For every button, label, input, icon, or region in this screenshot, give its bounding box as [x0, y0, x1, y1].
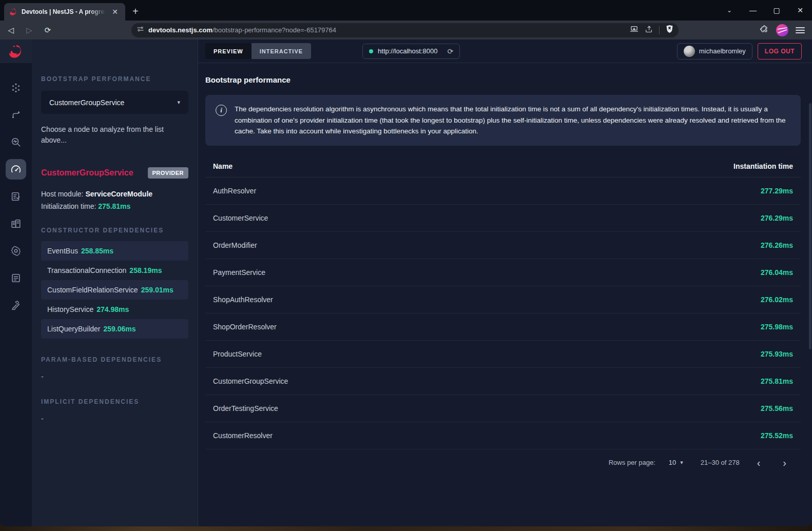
table-row[interactable]: OrderTestingService275.56ms: [205, 395, 801, 422]
provider-badge: PROVIDER: [148, 167, 188, 179]
dependency-item[interactable]: TransactionalConnection258.19ms: [41, 261, 188, 280]
back-button[interactable]: ◁: [3, 23, 18, 37]
host-module-value: ServiceCoreModule: [85, 190, 152, 198]
dependency-item[interactable]: HistoryService274.98ms: [41, 300, 188, 319]
table-row[interactable]: AuthResolver277.29ms: [205, 178, 801, 205]
nav-routes-icon[interactable]: [6, 105, 26, 125]
reload-button[interactable]: ⟳: [40, 23, 55, 37]
nav-modules-icon[interactable]: [6, 213, 26, 234]
table-row[interactable]: ProductService275.93ms: [205, 341, 801, 368]
browser-window: Devtools | NestJS - A progressive ✕ + ⌄ …: [0, 0, 812, 526]
constructor-deps-list: EventBus258.85ms TransactionalConnection…: [41, 241, 188, 339]
browser-profile-avatar[interactable]: [776, 24, 788, 36]
rows-per-page-label: Rows per page:: [609, 459, 655, 466]
constructor-deps-title: CONSTRUCTOR DEPENDENCIES: [41, 227, 188, 234]
nav-graph-icon[interactable]: [6, 77, 26, 98]
table-row[interactable]: CustomerResolver275.52ms: [205, 422, 801, 449]
table-row[interactable]: ShopAuthResolver276.02ms: [205, 286, 801, 313]
init-time-row: Initialization time: 275.81ms: [41, 200, 188, 212]
nav-tools-icon[interactable]: [6, 295, 26, 316]
table-row[interactable]: CustomerService276.29ms: [205, 205, 801, 232]
url-text: devtools.nestjs.com/bootstrap-performanc…: [148, 26, 626, 34]
table-header: Name Instantiation time: [205, 156, 801, 178]
browser-tabstrip: Devtools | NestJS - A progressive ✕ + ⌄ …: [0, 0, 812, 21]
divider: [659, 26, 660, 34]
address-bar[interactable]: devtools.nestjs.com/bootstrap-performanc…: [131, 23, 679, 37]
page-content: Bootstrap performance i The dependencies…: [198, 63, 812, 526]
table-pagination: Rows per page: 10 ▾ 21–30 of 278 ‹ ›: [205, 449, 801, 476]
performance-table: Name Instantiation time AuthResolver277.…: [205, 156, 801, 449]
nav-settings-icon[interactable]: [6, 241, 26, 261]
nav-docs-icon[interactable]: [6, 268, 26, 288]
host-module-row: Host module: ServiceCoreModule: [41, 188, 188, 200]
browser-toolbar: ◁ ▷ ⟳ devtools.nestjs.com/bootstrap-perf…: [0, 21, 812, 40]
nav-audits-icon[interactable]: [6, 186, 26, 207]
sidebar-section-title: BOOTSTRAP PERFORMANCE: [41, 75, 188, 83]
chevron-down-icon: ▾: [680, 459, 683, 466]
connection-status-dot: [369, 49, 373, 53]
info-icon: i: [216, 105, 227, 116]
node-select-value: CustomerGroupService: [49, 99, 124, 107]
param-deps-title: PARAM-BASED DEPENDENCIES: [41, 356, 188, 363]
share-icon[interactable]: [645, 25, 653, 35]
send-to-device-icon[interactable]: [630, 25, 639, 35]
menu-icon[interactable]: [796, 27, 805, 33]
tab-close-icon[interactable]: ✕: [110, 7, 120, 16]
close-button[interactable]: ✕: [788, 0, 812, 21]
forward-button[interactable]: ▷: [22, 23, 37, 37]
param-deps-empty: -: [41, 372, 188, 381]
dependency-item[interactable]: CustomFieldRelationService259.01ms: [41, 280, 188, 300]
next-page-button[interactable]: ›: [783, 458, 786, 468]
nestjs-logo[interactable]: [0, 40, 32, 63]
dependency-item[interactable]: EventBus258.85ms: [41, 241, 188, 261]
dependency-item[interactable]: ListQueryBuilder259.06ms: [41, 319, 188, 339]
user-avatar: [684, 46, 695, 57]
dependency-time: 274.98ms: [96, 305, 129, 313]
nestjs-favicon: [9, 8, 17, 16]
interactive-tab[interactable]: INTERACTIVE: [252, 43, 311, 59]
new-tab-button[interactable]: +: [132, 6, 139, 17]
maximize-button[interactable]: ▢: [765, 0, 788, 21]
browser-tab[interactable]: Devtools | NestJS - A progressive ✕: [4, 3, 125, 21]
previous-page-button[interactable]: ‹: [757, 458, 761, 468]
tab-title: Devtools | NestJS - A progressive: [22, 8, 106, 15]
dependency-time: 258.19ms: [129, 266, 162, 274]
dependency-time: 259.01ms: [141, 286, 173, 294]
implicit-deps-empty: -: [41, 415, 188, 423]
extensions-icon[interactable]: [760, 25, 769, 36]
username: michaelbromley: [699, 47, 746, 55]
col-name: Name: [213, 162, 233, 170]
refresh-icon[interactable]: ⟳: [447, 47, 453, 55]
chevron-down-icon: ▾: [177, 99, 180, 106]
table-row[interactable]: CustomerGroupService275.81ms: [205, 368, 801, 395]
dependency-time: 259.06ms: [104, 325, 136, 333]
brave-shield-icon[interactable]: [666, 25, 673, 35]
info-text: The dependencies resolution algorithm is…: [235, 104, 790, 137]
table-row[interactable]: OrderModifier276.26ms: [205, 232, 801, 259]
target-url-input[interactable]: http://localhost:8000 ⟳: [362, 44, 460, 59]
table-row[interactable]: ShopOrderResolver275.98ms: [205, 313, 801, 341]
scrollbar[interactable]: [809, 103, 811, 349]
devtools-app: BOOTSTRAP PERFORMANCE CustomerGroupServi…: [0, 40, 812, 526]
rows-per-page-select[interactable]: 10 ▾: [669, 459, 683, 466]
app-header: PREVIEW INTERACTIVE http://localhost:800…: [198, 40, 812, 63]
url-host: devtools.nestjs.com: [148, 26, 212, 34]
pagination-range: 21–30 of 278: [701, 459, 740, 466]
url-path: /bootstrap-performance?node=-65179764: [212, 26, 336, 34]
logout-button[interactable]: LOG OUT: [758, 43, 802, 60]
user-menu[interactable]: michaelbromley: [677, 43, 752, 60]
implicit-deps-title: IMPLICIT DEPENDENCIES: [41, 398, 188, 405]
nav-performance-icon[interactable]: [6, 159, 26, 180]
col-instantiation-time: Instantiation time: [733, 162, 793, 170]
target-url-value: http://localhost:8000: [378, 47, 437, 55]
minimize-button[interactable]: —: [741, 0, 765, 21]
table-row[interactable]: PaymentService276.04ms: [205, 259, 801, 286]
site-settings-icon[interactable]: [137, 25, 144, 35]
node-select-dropdown[interactable]: CustomerGroupService ▾: [41, 91, 188, 114]
tab-search-icon[interactable]: ⌄: [718, 0, 741, 21]
nav-inspector-icon[interactable]: [6, 132, 26, 152]
dependency-time: 258.85ms: [81, 247, 113, 255]
page-title: Bootstrap performance: [205, 75, 801, 84]
main-area: PREVIEW INTERACTIVE http://localhost:800…: [198, 40, 812, 526]
preview-tab[interactable]: PREVIEW: [205, 43, 252, 59]
